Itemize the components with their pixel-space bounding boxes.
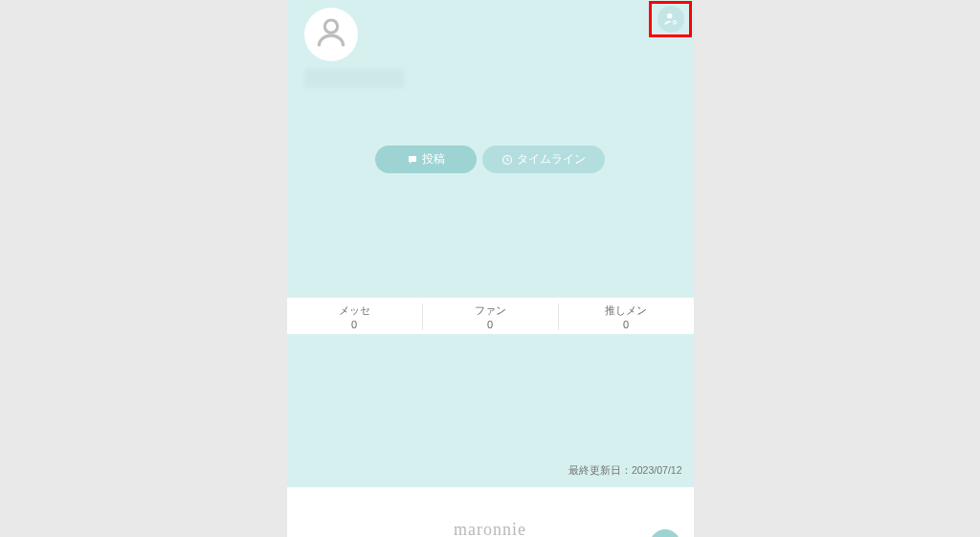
svg-point-2 [324,20,337,33]
tab-timeline-label: タイムライン [517,151,586,168]
tab-posts-label: 投稿 [422,151,445,168]
lower-content-area [287,334,694,464]
profile-settings-button[interactable] [657,6,684,33]
user-gear-icon [663,11,679,27]
stat-messages[interactable]: メッセ 0 [287,303,423,330]
svg-point-1 [673,21,676,24]
footer: maronnie [287,487,694,537]
content-area [287,173,694,292]
stat-count: 0 [559,319,694,330]
speech-icon [407,154,418,166]
clock-icon [501,154,513,166]
person-icon [313,14,349,55]
scroll-top-button[interactable] [650,529,680,537]
last-updated: 最終更新日：2023/07/12 [287,464,694,487]
profile-header [287,0,694,96]
stat-label: ファン [475,304,506,316]
stat-label: 推しメン [605,304,647,316]
tab-timeline[interactable]: タイムライン [482,145,605,173]
stat-label: メッセ [339,304,370,316]
avatar[interactable] [304,8,358,61]
stat-count: 0 [423,319,558,330]
tab-posts[interactable]: 投稿 [375,145,477,173]
tab-row: 投稿 タイムライン [287,145,694,173]
last-updated-value: 2023/07/12 [632,464,682,476]
last-updated-label: 最終更新日： [568,464,632,476]
stat-oshimen[interactable]: 推しメン 0 [559,303,694,330]
username-redacted [304,69,404,88]
stat-count: 0 [287,319,422,330]
brand-logo: maronnie [454,520,526,537]
app-container: 投稿 タイムライン メッセ 0 ファン 0 推しメン 0 最終更新 [287,0,694,537]
stat-fans[interactable]: ファン 0 [423,303,559,330]
stats-bar: メッセ 0 ファン 0 推しメン 0 [287,298,694,334]
svg-point-0 [667,13,672,18]
avatar-wrap [304,8,682,61]
